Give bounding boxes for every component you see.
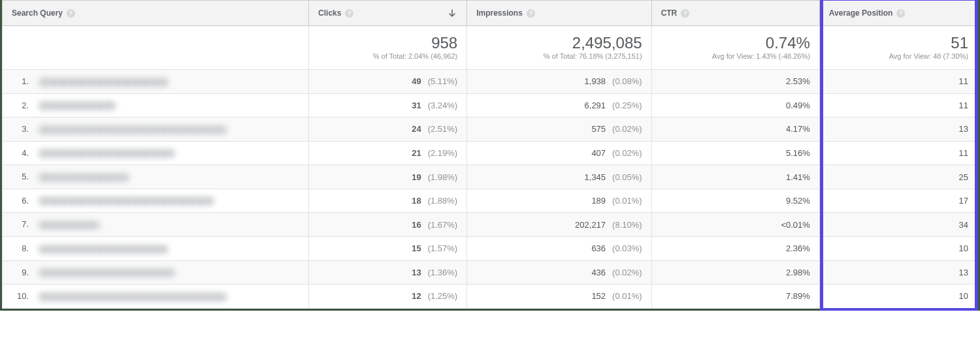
sort-desc-icon	[448, 9, 456, 17]
avg-position-cell: 13	[819, 117, 977, 142]
column-label: Impressions	[476, 8, 523, 18]
ctr-value: <0.01%	[781, 220, 809, 230]
summary-avg-position: 51 Avg for View: 48 (7.30%)	[819, 26, 977, 70]
table-row[interactable]: 2.31(3.24%)6,291(0.25%)0.49%11	[3, 93, 978, 117]
avg-position-value: 11	[959, 101, 968, 110]
impressions-value: 189	[591, 196, 606, 206]
ctr-cell: 4.17%	[651, 117, 819, 142]
avg-position-cell: 10	[819, 236, 977, 260]
row-index: 2.	[17, 101, 29, 110]
help-icon[interactable]: ?	[67, 9, 75, 18]
summary-subtext: % of Total: 76.18% (3,275,151)	[476, 52, 642, 60]
column-label: CTR	[661, 8, 678, 18]
query-cell[interactable]: 6.	[3, 189, 309, 213]
summary-clicks: 958 % of Total: 2.04% (46,962)	[309, 26, 467, 70]
avg-position-value: 11	[959, 148, 968, 158]
impressions-pct: (0.05%)	[612, 172, 642, 182]
impressions-value: 1,345	[585, 172, 606, 182]
impressions-pct: (0.01%)	[612, 196, 642, 206]
help-icon[interactable]: ?	[681, 9, 689, 18]
clicks-pct: (1.57%)	[428, 243, 458, 253]
clicks-pct: (3.24%)	[428, 101, 458, 110]
table-row[interactable]: 1.49(5.11%)1,938(0.08%)2.53%11	[3, 70, 978, 94]
column-header-ctr[interactable]: CTR ?	[651, 1, 819, 26]
row-index: 6.	[17, 196, 29, 206]
query-text-redacted	[38, 173, 129, 182]
ctr-value: 1.41%	[786, 172, 810, 182]
clicks-cell: 19(1.98%)	[309, 165, 467, 189]
table-row[interactable]: 4.21(2.19%)407(0.02%)5.16%11	[3, 141, 978, 165]
clicks-value: 31	[412, 101, 421, 110]
ctr-cell: 5.16%	[651, 141, 819, 165]
table-row[interactable]: 9.13(1.36%)436(0.02%)2.98%13	[3, 260, 978, 285]
clicks-cell: 31(3.24%)	[309, 93, 467, 117]
clicks-cell: 15(1.57%)	[309, 236, 467, 260]
row-index: 1.	[17, 76, 29, 86]
ctr-value: 2.36%	[786, 243, 810, 253]
table-row[interactable]: 10.12(1.25%)152(0.01%)7.89%10	[3, 285, 978, 309]
table-row[interactable]: 5.19(1.98%)1,345(0.05%)1.41%25	[3, 165, 978, 189]
impressions-pct: (0.01%)	[612, 291, 642, 301]
help-icon[interactable]: ?	[527, 9, 535, 18]
ctr-value: 9.52%	[786, 196, 810, 206]
column-header-clicks[interactable]: Clicks ?	[309, 1, 467, 26]
impressions-cell: 189(0.01%)	[467, 189, 651, 213]
query-cell[interactable]: 2.	[3, 93, 309, 117]
clicks-value: 24	[412, 124, 421, 134]
clicks-value: 18	[412, 196, 421, 206]
help-icon[interactable]: ?	[345, 9, 353, 18]
row-index: 4.	[17, 148, 29, 158]
table-row[interactable]: 7.16(1.67%)202,217(8.10%)<0.01%34	[3, 213, 978, 237]
clicks-cell: 12(1.25%)	[309, 285, 467, 309]
clicks-pct: (1.98%)	[428, 172, 458, 182]
query-cell[interactable]: 10.	[3, 285, 309, 309]
impressions-value: 1,938	[585, 76, 606, 86]
ctr-cell: 2.36%	[651, 236, 819, 260]
query-cell[interactable]: 8.	[3, 236, 309, 260]
ctr-value: 2.53%	[786, 76, 810, 86]
query-text-redacted	[38, 245, 169, 254]
impressions-value: 202,217	[575, 220, 606, 230]
impressions-value: 436	[591, 268, 606, 277]
query-cell[interactable]: 3.	[3, 117, 309, 142]
query-text-redacted	[38, 125, 227, 134]
ctr-value: 2.98%	[786, 268, 810, 277]
query-cell[interactable]: 7.	[3, 213, 309, 237]
summary-value: 0.74%	[661, 35, 810, 51]
avg-position-cell: 11	[819, 93, 977, 117]
query-text-redacted	[38, 221, 100, 230]
query-cell[interactable]: 9.	[3, 260, 309, 285]
table-row[interactable]: 6.18(1.88%)189(0.01%)9.52%17	[3, 189, 978, 213]
query-text-redacted	[38, 268, 175, 277]
impressions-value: 636	[591, 243, 606, 253]
impressions-cell: 152(0.01%)	[467, 285, 651, 309]
query-cell[interactable]: 1.	[3, 70, 309, 94]
query-cell[interactable]: 5.	[3, 165, 309, 189]
clicks-value: 12	[412, 291, 421, 301]
table-row[interactable]: 8.15(1.57%)636(0.03%)2.36%10	[3, 236, 978, 260]
column-header-impressions[interactable]: Impressions ?	[467, 1, 651, 26]
column-header-search-query[interactable]: Search Query ?	[3, 1, 309, 26]
summary-subtext: Avg for View: 48 (7.30%)	[829, 52, 968, 60]
query-cell[interactable]: 4.	[3, 141, 309, 165]
clicks-pct: (1.25%)	[428, 291, 458, 301]
avg-position-value: 11	[959, 76, 968, 86]
table-row[interactable]: 3.24(2.51%)575(0.02%)4.17%13	[3, 117, 978, 142]
summary-subtext: Avg for View: 1.43% (-48.26%)	[661, 52, 810, 60]
summary-impressions: 2,495,085 % of Total: 76.18% (3,275,151)	[467, 26, 651, 70]
clicks-cell: 13(1.36%)	[309, 260, 467, 285]
clicks-pct: (1.88%)	[428, 196, 458, 206]
help-icon[interactable]: ?	[896, 9, 905, 18]
column-label: Average Position	[829, 8, 893, 18]
clicks-pct: (5.11%)	[428, 76, 458, 86]
clicks-pct: (2.51%)	[428, 124, 458, 134]
summary-subtext: % of Total: 2.04% (46,962)	[318, 52, 457, 60]
clicks-value: 49	[412, 76, 421, 86]
column-header-avg-position[interactable]: Average Position ?	[819, 1, 977, 26]
clicks-cell: 21(2.19%)	[309, 141, 467, 165]
summary-row: 958 % of Total: 2.04% (46,962) 2,495,085…	[3, 26, 978, 70]
ctr-cell: 0.49%	[651, 93, 819, 117]
avg-position-value: 13	[959, 124, 968, 134]
clicks-value: 13	[412, 268, 421, 277]
summary-value: 51	[829, 35, 968, 51]
